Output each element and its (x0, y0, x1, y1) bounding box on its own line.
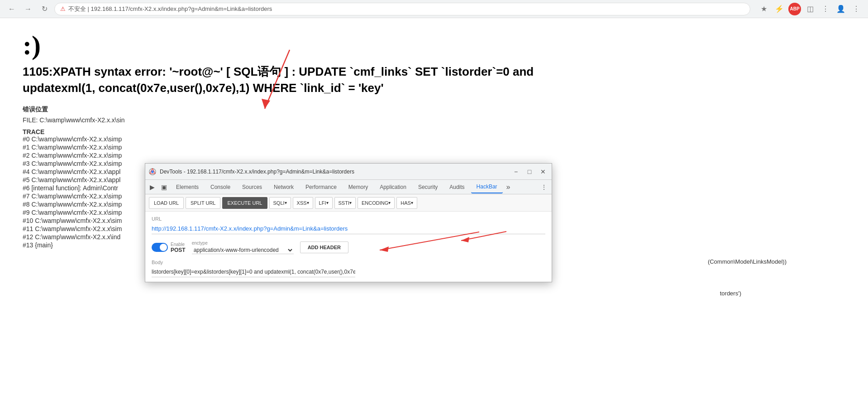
enctype-select[interactable]: application/x-www-form-urlencoded (192, 246, 294, 254)
enctype-label: enctype (192, 241, 294, 246)
devtools-tab-application[interactable]: Application (374, 181, 412, 193)
hackbar-toolbar: LOAD URL SPLIT URL EXECUTE URL SQLI XSS … (145, 194, 552, 212)
devtools-tabs: ▶ ▣ Elements Console Sources Network Per… (145, 180, 552, 194)
trace-line-0: #0 C:\wamp\www\cmfx-X2.x.x\simp (23, 135, 158, 143)
toggle-container: Enable POST (152, 242, 186, 253)
enctype-section: enctype application/x-www-form-urlencode… (192, 241, 294, 254)
hackbar-body: URL Enable POST enctype (145, 212, 552, 282)
trace-line-11: #11 C:\wamp\www\cmfx-X2.x.x\sim (23, 225, 158, 232)
trace-line-13: #13 {main} (23, 241, 158, 249)
lfi-dropdown[interactable]: LFI (315, 197, 333, 209)
devtools-icon (149, 168, 156, 175)
reload-button[interactable]: ↻ (38, 3, 51, 15)
profile-button[interactable]: 👤 (835, 3, 847, 15)
ssti-dropdown[interactable]: SSTI (334, 197, 356, 209)
right-text-2: torders') (720, 290, 741, 297)
devtools-panel: DevTools - 192.168.1.117/cmfx-X2.x.x/ind… (145, 163, 552, 282)
trace-line-7: #7 C:\wamp\www\cmfx-X2.x.x\simp (23, 193, 158, 200)
trace-line-10: #10 C:\wamp\www\cmfx-X2.x.x\sim (23, 217, 158, 224)
trace-line-9: #9 C:\wamp\www\cmfx-X2.x.x\simp (23, 209, 158, 216)
devtools-cursor-icon[interactable]: ▶ (147, 183, 157, 191)
devtools-tab-elements[interactable]: Elements (171, 181, 204, 193)
browser-action-buttons: ★ ⚡ ABP ◫ ⋮ 👤 ⋮ (758, 3, 863, 15)
devtools-tab-sources[interactable]: Sources (237, 181, 267, 193)
devtools-tab-memory[interactable]: Memory (343, 181, 373, 193)
error-location-label: 错误位置 (23, 106, 845, 114)
bookmark-button[interactable]: ★ (758, 3, 770, 15)
devtools-mobile-icon[interactable]: ▣ (158, 183, 170, 191)
trace-line-8: #8 C:\wamp\www\cmfx-X2.x.x\simp (23, 201, 158, 208)
extensions-button[interactable]: ⚡ (773, 3, 786, 15)
forward-button[interactable]: → (22, 3, 34, 15)
split-url-button[interactable]: SPLIT URL (186, 197, 220, 209)
devtools-settings-icon[interactable]: ⋮ (538, 183, 550, 191)
menu-button[interactable]: ⋮ (850, 3, 863, 15)
more-tools-button[interactable]: ⋮ (819, 3, 832, 15)
devtools-maximize-button[interactable]: □ (525, 167, 534, 177)
trace-line-2: #2 C:\wamp\www\cmfx-X2.x.x\simp (23, 152, 158, 159)
post-label: POST (171, 247, 186, 253)
xss-dropdown[interactable]: XSS (293, 197, 313, 209)
url-field-label: URL (152, 216, 545, 222)
devtools-tab-security[interactable]: Security (413, 181, 443, 193)
trace-line-12: #12 C:\wamp\www\cmfx-X2.x.x\ind (23, 233, 158, 241)
add-header-button[interactable]: ADD HEADER (300, 241, 348, 253)
tab-manager-button[interactable]: ◫ (804, 3, 816, 15)
svg-line-6 (380, 232, 479, 250)
execute-url-button[interactable]: EXECUTE URL (222, 197, 267, 209)
devtools-close-button[interactable]: ✕ (538, 167, 548, 177)
sqli-dropdown[interactable]: SQLI (269, 197, 291, 209)
devtools-titlebar: DevTools - 192.168.1.117/cmfx-X2.x.x/ind… (145, 164, 552, 180)
address-text: 不安全 | 192.168.1.117/cmfx-X2.x.x/index.ph… (68, 5, 272, 13)
security-icon: ⚠ (60, 5, 66, 12)
trace-line-3: #3 C:\wamp\www\cmfx-X2.x.x\simp (23, 160, 158, 167)
body-section: Body (152, 260, 545, 277)
devtools-tab-network[interactable]: Network (268, 181, 299, 193)
body-label: Body (152, 260, 545, 265)
trace-line-6: #6 [internal function]: Admin\Contr (23, 184, 158, 192)
devtools-tab-hackbar[interactable]: HackBar (471, 181, 503, 193)
encoding-dropdown[interactable]: ENCODING (358, 197, 395, 209)
has-dropdown[interactable]: HAS (396, 197, 417, 209)
trace-label: TRACE (23, 128, 845, 135)
abp-button[interactable]: ABP (788, 3, 801, 15)
right-text-1: (Common\Model\LinksModel)) (708, 258, 787, 265)
devtools-tab-console[interactable]: Console (205, 181, 236, 193)
devtools-more-tabs[interactable]: » (504, 183, 513, 191)
page-content: :) 1105:XPATH syntax error: '~root@~' [ … (0, 18, 868, 263)
body-input-field[interactable] (152, 267, 355, 277)
red-arrow-body (366, 227, 479, 255)
enable-post-toggle[interactable] (152, 243, 168, 252)
address-bar[interactable]: ⚠ 不安全 | 192.168.1.117/cmfx-X2.x.x/index.… (54, 3, 750, 15)
devtools-minimize-button[interactable]: − (511, 167, 521, 177)
svg-marker-7 (380, 246, 389, 252)
trace-line-4: #4 C:\wamp\www\cmfx-X2.x.x\appl (23, 168, 158, 175)
load-url-button[interactable]: LOAD URL (149, 197, 184, 209)
devtools-title: DevTools - 192.168.1.117/cmfx-X2.x.x/ind… (160, 169, 507, 175)
back-button[interactable]: ← (5, 3, 18, 15)
devtools-tab-performance[interactable]: Performance (300, 181, 342, 193)
trace-line-5: #5 C:\wamp\www\cmfx-X2.x.x\appl (23, 176, 158, 183)
smiley-face: :) (23, 32, 845, 59)
trace-line-1: #1 C:\wamp\www\cmfx-X2.x.x\simp (23, 144, 158, 151)
error-file: FILE: C:\wamp\www\cmfx-X2.x.x\sin (23, 116, 845, 124)
browser-chrome: ← → ↻ ⚠ 不安全 | 192.168.1.117/cmfx-X2.x.x/… (0, 0, 868, 18)
error-title: 1105:XPATH syntax error: '~root@~' [ SQL… (23, 63, 566, 96)
devtools-tab-audits[interactable]: Audits (444, 181, 470, 193)
enable-label: Enable POST (171, 242, 186, 253)
